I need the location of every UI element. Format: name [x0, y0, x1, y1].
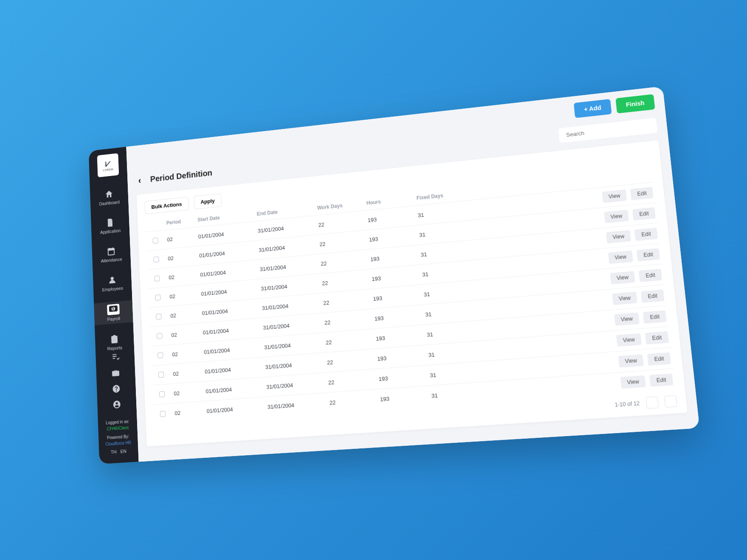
cell-work-days: 22: [329, 396, 376, 406]
nav-label: Payroll: [107, 316, 120, 322]
edit-button[interactable]: Edit: [645, 331, 669, 344]
edit-button[interactable]: Edit: [630, 187, 654, 200]
lang-en[interactable]: EN: [120, 448, 126, 455]
cell-period: 02: [168, 272, 196, 280]
cell-start-date: 01/01/2004: [207, 404, 264, 414]
sidebar-item-application[interactable]: Application: [91, 213, 129, 238]
logo-mark-icon: ⩗: [104, 159, 112, 168]
view-button[interactable]: View: [606, 230, 631, 244]
cell-start-date: 01/01/2004: [200, 266, 256, 277]
view-button[interactable]: View: [612, 291, 637, 305]
view-button[interactable]: View: [610, 271, 635, 285]
sidebar-item-payroll[interactable]: Payroll: [94, 300, 133, 325]
sidebar-footer: Logged in as: CFHR/Client Powered By: Cl…: [102, 414, 134, 458]
sidebar-item-attendance[interactable]: Attendance: [92, 242, 131, 266]
cell-end-date: 31/01/2004: [258, 222, 315, 233]
finish-button[interactable]: Finish: [615, 94, 655, 114]
edit-button[interactable]: Edit: [649, 373, 673, 386]
cell-fixed-days: 31: [421, 247, 472, 258]
lang-th[interactable]: TH: [111, 448, 117, 456]
cell-fixed-days: 31: [422, 267, 474, 278]
powered-by-value: Cloudforce HR: [105, 440, 131, 448]
row-checkbox[interactable]: [156, 314, 161, 320]
cell-period: 02: [168, 253, 195, 261]
view-button[interactable]: View: [608, 250, 633, 264]
edit-button[interactable]: Edit: [639, 269, 662, 282]
row-checkbox[interactable]: [158, 372, 164, 378]
dollar-icon: [109, 305, 118, 312]
row-checkbox[interactable]: [160, 411, 166, 417]
view-button[interactable]: View: [614, 312, 640, 326]
cell-hours: 193: [373, 291, 420, 302]
row-checkbox[interactable]: [153, 256, 159, 262]
view-button[interactable]: View: [618, 354, 644, 368]
edit-button[interactable]: Edit: [637, 248, 660, 261]
pager-prev[interactable]: [646, 396, 659, 409]
cell-fixed-days: 31: [418, 207, 469, 218]
cell-hours: 193: [379, 372, 426, 382]
cell-hours: 193: [371, 272, 418, 282]
apply-button[interactable]: Apply: [194, 193, 222, 209]
main: + Add Finish ‹ Period Definition Bulk Ac…: [126, 86, 699, 462]
cell-start-date: 01/01/2004: [204, 344, 260, 355]
cell-end-date: 31/01/2004: [264, 339, 322, 350]
edit-button[interactable]: Edit: [647, 352, 671, 365]
cell-start-date: 01/01/2004: [198, 228, 254, 239]
sidebar-item-reports[interactable]: Reports: [95, 330, 135, 354]
pager-range: 1-10 of 12: [615, 400, 640, 408]
document-icon: [105, 217, 115, 228]
cell-fixed-days: 31: [424, 287, 476, 297]
cell-end-date: 31/01/2004: [265, 359, 323, 370]
sidebar-bottom: Logged in as: CFHR/Client Powered By: Cl…: [95, 351, 138, 458]
logged-in-value: CFHR/Client: [105, 424, 131, 432]
help-icon[interactable]: [112, 384, 121, 394]
nav: Dashboard Application Attendance Employe…: [90, 185, 135, 354]
task-check-icon[interactable]: [111, 353, 120, 362]
cell-work-days: 22: [323, 296, 369, 306]
row-checkbox[interactable]: [153, 238, 158, 244]
cell-work-days: 22: [318, 217, 363, 228]
back-arrow-icon[interactable]: ‹: [136, 174, 144, 187]
cell-fixed-days: 31: [430, 368, 482, 378]
user-circle-icon[interactable]: [112, 400, 121, 409]
calendar-icon: [107, 246, 116, 257]
cell-end-date: 31/01/2004: [266, 379, 324, 390]
nav-label: Attendance: [101, 257, 122, 263]
edit-button[interactable]: Edit: [643, 310, 667, 323]
cell-work-days: 22: [326, 336, 372, 345]
cell-hours: 193: [369, 232, 416, 243]
row-checkbox[interactable]: [155, 294, 160, 301]
add-button[interactable]: + Add: [574, 99, 612, 118]
row-checkbox[interactable]: [157, 333, 162, 339]
view-button[interactable]: View: [620, 375, 646, 388]
logo: ⩗ LOREM: [97, 153, 119, 177]
cell-period: 02: [170, 310, 198, 319]
briefcase-icon[interactable]: [111, 368, 120, 378]
sidebar-item-employees[interactable]: Employees: [93, 271, 132, 295]
row-checkbox[interactable]: [159, 391, 165, 398]
cell-work-days: 22: [327, 356, 374, 365]
edit-button[interactable]: Edit: [635, 227, 658, 241]
edit-button[interactable]: Edit: [641, 289, 664, 302]
nav-label: Reports: [107, 345, 122, 351]
cell-hours: 193: [374, 311, 421, 322]
cell-end-date: 31/01/2004: [267, 400, 326, 410]
cell-period: 02: [174, 408, 202, 416]
nav-label: Dashboard: [99, 199, 119, 206]
sidebar-item-dashboard[interactable]: Dashboard: [90, 185, 129, 210]
view-button[interactable]: View: [604, 210, 629, 223]
cell-hours: 193: [380, 392, 427, 402]
pager-next[interactable]: [664, 395, 677, 408]
view-button[interactable]: View: [602, 189, 627, 203]
view-button[interactable]: View: [616, 333, 642, 347]
clipboard-icon: [110, 334, 119, 344]
cell-fixed-days: 31: [419, 227, 471, 238]
row-checkbox[interactable]: [157, 352, 163, 358]
cell-end-date: 31/01/2004: [261, 280, 318, 291]
cell-work-days: 22: [328, 376, 375, 386]
cell-period: 02: [172, 349, 200, 358]
edit-button[interactable]: Edit: [632, 207, 656, 220]
bulk-actions-button[interactable]: Bulk Actions: [144, 197, 188, 215]
row-checkbox[interactable]: [154, 275, 160, 282]
col-period: Period: [166, 217, 194, 226]
